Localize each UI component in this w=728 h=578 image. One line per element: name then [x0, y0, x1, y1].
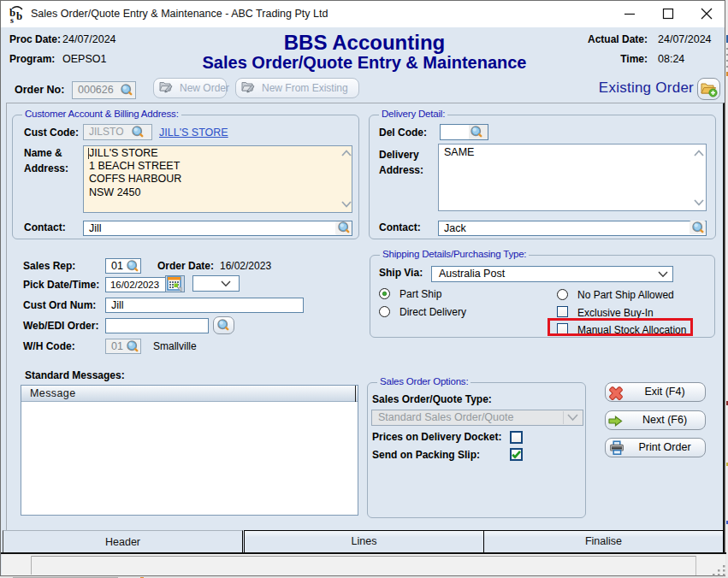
svg-text:s: s [10, 15, 14, 24]
svg-text:b: b [16, 9, 22, 22]
